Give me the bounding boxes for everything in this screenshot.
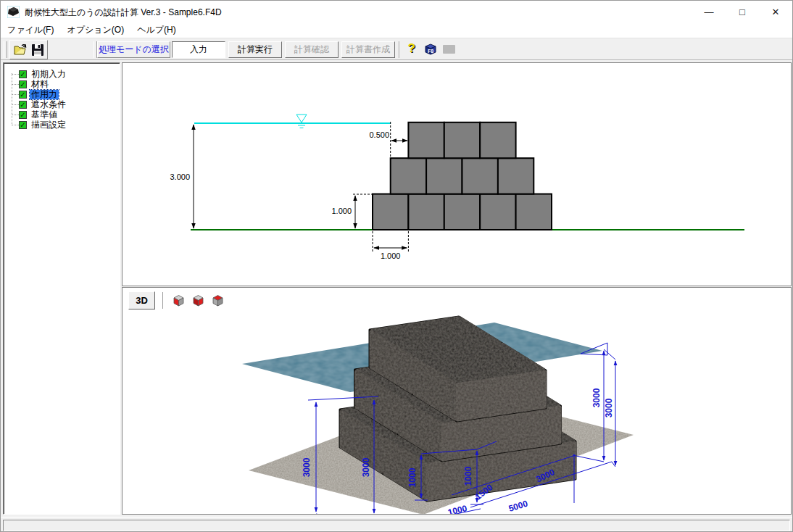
dim-label-3d: 1000 bbox=[447, 503, 468, 514]
workspace: ✓ 初期入力 ✓ 材料 ✓ 作用力 ✓ 遮水条件 bbox=[1, 60, 792, 517]
water-level-symbol bbox=[296, 115, 307, 128]
open-file-button[interactable] bbox=[12, 42, 28, 57]
dim-label-total-height: 3.000 bbox=[170, 173, 190, 181]
sandbag-2d bbox=[444, 122, 480, 158]
dim-label-3d: 5000 bbox=[507, 498, 529, 513]
checkbox-checked-icon[interactable]: ✓ bbox=[19, 121, 27, 129]
cube-view-right-button[interactable] bbox=[191, 293, 206, 308]
view-3d-drawing: 3000300010001000100015003000500030003000 bbox=[123, 288, 791, 514]
svg-text:?: ? bbox=[407, 42, 415, 55]
dim-label-tier-height: 1.000 bbox=[331, 207, 352, 215]
tree-item-drawing-settings[interactable]: ✓ 描画設定 bbox=[11, 120, 67, 130]
mode-select-label-box: 処理モードの選択 bbox=[97, 41, 170, 58]
menu-help[interactable]: ヘルプ(H) bbox=[130, 22, 183, 38]
report-create-button: 計算書作成 bbox=[341, 41, 395, 58]
checkbox-checked-icon[interactable]: ✓ bbox=[19, 91, 27, 99]
cross-section-2d-panel: 3.000 0.500 1.000 1.000 bbox=[122, 62, 792, 286]
close-button[interactable]: ✕ bbox=[759, 1, 792, 22]
tree-item-initial-input[interactable]: ✓ 初期入力 bbox=[11, 69, 67, 79]
checkbox-checked-icon[interactable]: ✓ bbox=[19, 111, 27, 119]
svg-text:F8: F8 bbox=[427, 49, 433, 54]
tree-item-standard-values[interactable]: ✓ 基準値 bbox=[11, 109, 67, 120]
cube-view-top-button[interactable] bbox=[210, 293, 225, 308]
sandbag-3d bbox=[428, 460, 455, 499]
calc-run-button[interactable]: 計算実行 bbox=[228, 41, 282, 58]
checkbox-checked-icon[interactable]: ✓ bbox=[19, 80, 27, 88]
forum8-cube-icon: F8 bbox=[423, 42, 438, 57]
sandbag-3d bbox=[502, 412, 530, 451]
tree-item-water-barrier[interactable]: ✓ 遮水条件 bbox=[11, 99, 67, 109]
file-icon-group bbox=[9, 40, 48, 59]
sandbag-2d bbox=[480, 122, 515, 158]
sandbag-3d bbox=[532, 407, 560, 446]
maximize-button[interactable]: □ bbox=[726, 1, 759, 22]
dim-label-3d: 1000 bbox=[463, 466, 473, 486]
sandbag-3d bbox=[443, 420, 470, 460]
mode-select-label: 処理モードの選択 bbox=[99, 43, 169, 56]
tree-item-acting-force[interactable]: ✓ 作用力 bbox=[11, 89, 67, 99]
checkbox-checked-icon[interactable]: ✓ bbox=[19, 101, 27, 109]
forum8-viewer-button[interactable]: F8 bbox=[423, 41, 438, 57]
dim-label-3d: 3000 bbox=[591, 388, 602, 407]
app-window: 耐候性大型土のうの設計計算 Ver.3 - Sample6.F4D — □ ✕ … bbox=[0, 0, 793, 532]
view-3d-toolbar: 3D bbox=[128, 291, 225, 309]
sandbag-2d bbox=[462, 158, 498, 194]
sandbag-2d bbox=[516, 194, 552, 230]
sandbag-3d bbox=[517, 372, 544, 411]
toolbar-grip bbox=[4, 41, 7, 58]
toolbar-grip bbox=[399, 41, 400, 58]
sandbag-2d bbox=[373, 194, 408, 230]
title-bar: 耐候性大型土のうの設計計算 Ver.3 - Sample6.F4D — □ ✕ bbox=[1, 1, 792, 22]
disabled-tool-icon bbox=[441, 41, 457, 57]
menu-file[interactable]: ファイル(F) bbox=[1, 22, 60, 38]
dim-label-3d: 1000 bbox=[407, 467, 418, 487]
status-message bbox=[3, 520, 790, 531]
calc-check-button: 計算確認 bbox=[285, 41, 339, 58]
app-icon bbox=[7, 6, 20, 18]
menu-options[interactable]: オプション(O) bbox=[60, 22, 130, 38]
sandbag-2d bbox=[408, 194, 444, 230]
sandbag-2d bbox=[408, 122, 444, 158]
3d-mode-button[interactable]: 3D bbox=[128, 291, 155, 309]
dim-label-offset: 0.500 bbox=[369, 130, 389, 139]
help-button[interactable]: ? ? bbox=[404, 41, 419, 57]
dim-label-3d: 3000 bbox=[302, 457, 312, 477]
status-bar bbox=[1, 517, 792, 532]
window-title: 耐候性大型土のうの設計計算 Ver.3 - Sample6.F4D bbox=[25, 7, 222, 19]
tree-item-material[interactable]: ✓ 材料 bbox=[11, 79, 67, 89]
sandbag-3d bbox=[487, 376, 515, 415]
sandbag-2d bbox=[426, 158, 462, 194]
sandbag-3d bbox=[457, 381, 485, 420]
sandbag-2d bbox=[391, 158, 426, 194]
sandbag-3d bbox=[487, 452, 515, 491]
menu-bar: ファイル(F) オプション(O) ヘルプ(H) bbox=[1, 22, 792, 38]
question-mark-icon: ? ? bbox=[404, 42, 419, 57]
dim-label-bag-width: 1.000 bbox=[381, 252, 401, 260]
minimize-button[interactable]: — bbox=[692, 1, 726, 22]
sandbag-2d bbox=[444, 194, 480, 230]
input-mode-button[interactable]: 入力 bbox=[172, 41, 225, 58]
toolbar: 処理モードの選択 入力 計算実行 計算確認 計算書作成 ? ? F8 bbox=[1, 38, 792, 60]
dim-label-3d: 3000 bbox=[604, 398, 614, 417]
save-floppy-icon bbox=[30, 43, 45, 57]
sandbag-2d bbox=[498, 158, 533, 194]
cross-section-drawing: 3.000 0.500 1.000 1.000 bbox=[123, 63, 791, 286]
separator bbox=[162, 292, 164, 309]
checkbox-checked-icon[interactable]: ✓ bbox=[19, 70, 27, 78]
cube-view-left-button[interactable] bbox=[171, 293, 186, 308]
view-3d-panel: 3D bbox=[122, 287, 792, 515]
dim-label-3d: 3000 bbox=[361, 457, 371, 477]
sandbag-2d bbox=[480, 194, 515, 230]
open-folder-icon bbox=[13, 43, 28, 57]
navigation-tree-panel: ✓ 初期入力 ✓ 材料 ✓ 作用力 ✓ 遮水条件 bbox=[3, 62, 120, 515]
save-file-button[interactable] bbox=[30, 42, 45, 57]
